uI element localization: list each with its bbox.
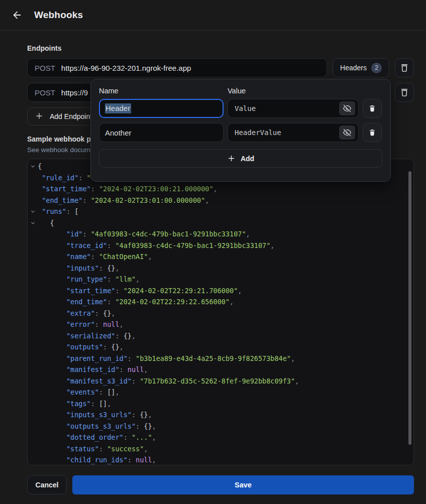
code-line: "status": "success",	[28, 443, 413, 455]
code-line: "outputs": {},	[28, 341, 413, 353]
code-line-text: "outputs_s3_urls": {},	[38, 421, 156, 432]
code-line-text: "outputs": {},	[38, 341, 124, 353]
endpoints-label: Endpoints	[27, 44, 414, 52]
code-line: "error": null,	[28, 319, 413, 330]
code-gutter	[28, 375, 38, 387]
code-gutter	[28, 432, 38, 443]
header-name-value: Header	[105, 103, 131, 113]
header-value-input[interactable]: HeaderValue	[228, 123, 359, 142]
code-gutter	[28, 387, 38, 398]
code-gutter	[28, 409, 38, 421]
code-line: "serialized": {},	[28, 330, 413, 342]
footer-actions: Cancel Save	[27, 475, 414, 494]
headers-button-label: Headers	[340, 64, 367, 72]
code-gutter	[28, 183, 38, 195]
code-line: "extra": {},	[28, 308, 413, 319]
plus-icon	[35, 111, 44, 122]
back-button[interactable]	[9, 7, 25, 23]
code-line-text: "parent_run_id": "b3b1ea89-e43d-4a25-8cb…	[38, 353, 295, 364]
code-line-text: "events": [],	[38, 387, 120, 398]
code-line-text: "start_time": "2024-02-02T23:00:21.00000…	[38, 183, 218, 195]
chevron-down-icon[interactable]	[28, 206, 38, 217]
code-gutter	[28, 285, 38, 297]
chevron-down-icon[interactable]	[28, 161, 38, 172]
header-name-input[interactable]: Header	[99, 99, 224, 118]
code-line: "start_time": "2024-02-02T23:00:21.00000…	[28, 183, 413, 195]
toggle-value-visibility-button[interactable]	[339, 125, 355, 140]
delete-endpoint-button[interactable]	[395, 83, 414, 102]
value-column-label: Value	[228, 87, 246, 95]
save-button[interactable]: Save	[72, 475, 414, 494]
plus-icon	[227, 154, 236, 163]
code-line: "dotted_order": "...",	[28, 432, 413, 443]
code-line-text: "extra": {},	[38, 308, 115, 319]
code-line: "name": "ChatOpenAI",	[28, 251, 413, 263]
scrollbar-thumb[interactable]	[408, 171, 411, 445]
header-value-input[interactable]: Value	[228, 99, 359, 118]
code-line-text: "manifest_id": null,	[38, 364, 148, 375]
code-gutter	[28, 353, 38, 364]
code-gutter	[28, 364, 38, 375]
code-line-text: "runs": [	[38, 206, 78, 217]
code-line: "tags": [],	[28, 398, 413, 410]
delete-header-button[interactable]	[363, 99, 382, 118]
code-line: "outputs_s3_urls": {},	[28, 421, 413, 432]
code-line-text: {	[38, 217, 54, 229]
eye-off-icon	[343, 104, 351, 112]
code-line: "start_time": "2024-02-02T22:29:21.70600…	[28, 285, 413, 297]
code-line-text: "end_time": "2024-02-02T23:01:00.000000"…	[38, 195, 209, 206]
header-row: Another HeaderValue	[99, 123, 382, 142]
app-header: Webhooks	[0, 0, 426, 31]
endpoint-url-value: https://a-96-90-232-201.ngrok-free.app	[61, 64, 191, 72]
code-gutter	[28, 274, 38, 285]
header-name-input[interactable]: Another	[99, 123, 224, 142]
trash-icon	[399, 87, 409, 97]
code-line-text: "manifest_s3_id": "7b17b632-d35c-5262-8f…	[38, 375, 299, 387]
code-gutter	[28, 240, 38, 251]
name-column-label: Name	[99, 87, 228, 95]
code-line: "parent_run_id": "b3b1ea89-e43d-4a25-8cb…	[28, 353, 413, 364]
code-line-text: "status": "success",	[38, 443, 148, 455]
endpoint-row: POST https://a-96-90-232-201.ngrok-free.…	[27, 58, 414, 77]
code-gutter	[28, 443, 38, 455]
headers-popup: Name Value Header Value	[90, 79, 391, 182]
toggle-value-visibility-button[interactable]	[339, 101, 355, 115]
code-line: "inputs_s3_urls": {},	[28, 409, 413, 421]
code-line-text: {	[38, 161, 42, 172]
code-line: "id": "4af03983-c4dc-479b-bac1-9291bbc33…	[28, 228, 413, 240]
code-line: "manifest_id": null,	[28, 364, 413, 375]
code-line-text: "child_run_ids": null,	[38, 454, 156, 465]
code-lines: { "rule_id": "...", "start_time": "2024-…	[28, 161, 413, 465]
code-line-text: "serialized": {},	[38, 330, 136, 342]
chevron-down-icon[interactable]	[28, 217, 38, 229]
headers-button[interactable]: Headers 2	[333, 58, 389, 77]
code-line-text: "start_time": "2024-02-02T22:29:21.70600…	[38, 285, 242, 297]
code-gutter	[28, 296, 38, 308]
code-gutter	[28, 421, 38, 432]
delete-endpoint-button[interactable]	[395, 58, 414, 77]
add-endpoint-label: Add Endpoint	[50, 112, 92, 120]
add-header-button[interactable]: Add	[99, 149, 382, 168]
code-line: {	[28, 217, 413, 229]
cancel-button[interactable]: Cancel	[27, 475, 67, 494]
code-line: "inputs": {},	[28, 263, 413, 274]
code-line-text: "inputs": {},	[38, 263, 120, 274]
code-line: "events": [],	[28, 387, 413, 398]
code-gutter	[28, 172, 38, 184]
code-line: "trace_id": "4af03983-c4dc-479b-bac1-929…	[28, 240, 413, 251]
code-gutter	[28, 195, 38, 206]
code-block[interactable]: { "rule_id": "...", "start_time": "2024-…	[27, 159, 414, 465]
code-line-text: "trace_id": "4af03983-c4dc-479b-bac1-929…	[38, 240, 274, 251]
code-line: "child_run_ids": null,	[28, 454, 413, 465]
endpoint-url-input[interactable]: POST https://a-96-90-232-201.ngrok-free.…	[27, 58, 327, 77]
header-value-text: Value	[235, 104, 339, 112]
trash-icon	[368, 129, 376, 137]
endpoint-url-value: https://9	[61, 88, 88, 97]
delete-header-button[interactable]	[363, 123, 382, 142]
http-method-label: POST	[35, 88, 55, 97]
arrow-left-icon	[12, 10, 23, 21]
code-line: "end_time": "2024-02-02T23:01:00.000000"…	[28, 195, 413, 206]
header-row: Header Value	[99, 99, 382, 118]
trash-icon	[399, 63, 409, 73]
code-line-text: "name": "ChatOpenAI",	[38, 251, 152, 263]
